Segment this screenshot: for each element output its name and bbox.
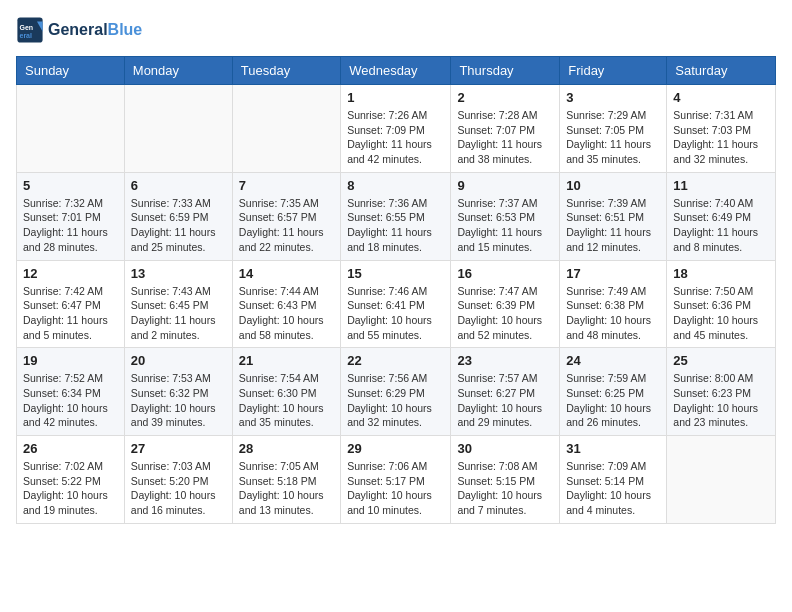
day-number: 11 [673, 178, 769, 193]
day-number: 7 [239, 178, 334, 193]
day-number: 5 [23, 178, 118, 193]
calendar-week-row: 5Sunrise: 7:32 AM Sunset: 7:01 PM Daylig… [17, 172, 776, 260]
day-number: 28 [239, 441, 334, 456]
day-number: 10 [566, 178, 660, 193]
calendar-cell: 18Sunrise: 7:50 AM Sunset: 6:36 PM Dayli… [667, 260, 776, 348]
day-info: Sunrise: 7:35 AM Sunset: 6:57 PM Dayligh… [239, 196, 334, 255]
calendar-cell: 1Sunrise: 7:26 AM Sunset: 7:09 PM Daylig… [341, 85, 451, 173]
day-info: Sunrise: 7:37 AM Sunset: 6:53 PM Dayligh… [457, 196, 553, 255]
day-info: Sunrise: 7:39 AM Sunset: 6:51 PM Dayligh… [566, 196, 660, 255]
day-number: 20 [131, 353, 226, 368]
calendar-cell: 12Sunrise: 7:42 AM Sunset: 6:47 PM Dayli… [17, 260, 125, 348]
day-info: Sunrise: 7:43 AM Sunset: 6:45 PM Dayligh… [131, 284, 226, 343]
calendar-cell: 15Sunrise: 7:46 AM Sunset: 6:41 PM Dayli… [341, 260, 451, 348]
day-info: Sunrise: 7:44 AM Sunset: 6:43 PM Dayligh… [239, 284, 334, 343]
day-info: Sunrise: 7:09 AM Sunset: 5:14 PM Dayligh… [566, 459, 660, 518]
calendar-cell: 3Sunrise: 7:29 AM Sunset: 7:05 PM Daylig… [560, 85, 667, 173]
calendar-cell: 10Sunrise: 7:39 AM Sunset: 6:51 PM Dayli… [560, 172, 667, 260]
day-info: Sunrise: 7:36 AM Sunset: 6:55 PM Dayligh… [347, 196, 444, 255]
day-info: Sunrise: 7:08 AM Sunset: 5:15 PM Dayligh… [457, 459, 553, 518]
calendar-cell: 24Sunrise: 7:59 AM Sunset: 6:25 PM Dayli… [560, 348, 667, 436]
day-info: Sunrise: 7:42 AM Sunset: 6:47 PM Dayligh… [23, 284, 118, 343]
day-info: Sunrise: 7:29 AM Sunset: 7:05 PM Dayligh… [566, 108, 660, 167]
calendar-cell: 9Sunrise: 7:37 AM Sunset: 6:53 PM Daylig… [451, 172, 560, 260]
calendar-cell: 21Sunrise: 7:54 AM Sunset: 6:30 PM Dayli… [232, 348, 340, 436]
calendar-table: SundayMondayTuesdayWednesdayThursdayFrid… [16, 56, 776, 524]
calendar-week-row: 19Sunrise: 7:52 AM Sunset: 6:34 PM Dayli… [17, 348, 776, 436]
calendar-cell: 13Sunrise: 7:43 AM Sunset: 6:45 PM Dayli… [124, 260, 232, 348]
day-info: Sunrise: 7:49 AM Sunset: 6:38 PM Dayligh… [566, 284, 660, 343]
calendar-cell: 28Sunrise: 7:05 AM Sunset: 5:18 PM Dayli… [232, 436, 340, 524]
day-info: Sunrise: 7:26 AM Sunset: 7:09 PM Dayligh… [347, 108, 444, 167]
day-number: 15 [347, 266, 444, 281]
calendar-cell: 7Sunrise: 7:35 AM Sunset: 6:57 PM Daylig… [232, 172, 340, 260]
calendar-cell: 8Sunrise: 7:36 AM Sunset: 6:55 PM Daylig… [341, 172, 451, 260]
day-of-week-header: Tuesday [232, 57, 340, 85]
day-info: Sunrise: 7:06 AM Sunset: 5:17 PM Dayligh… [347, 459, 444, 518]
day-info: Sunrise: 7:56 AM Sunset: 6:29 PM Dayligh… [347, 371, 444, 430]
day-number: 24 [566, 353, 660, 368]
day-info: Sunrise: 7:05 AM Sunset: 5:18 PM Dayligh… [239, 459, 334, 518]
day-number: 19 [23, 353, 118, 368]
calendar-cell: 14Sunrise: 7:44 AM Sunset: 6:43 PM Dayli… [232, 260, 340, 348]
calendar-cell [124, 85, 232, 173]
calendar-header-row: SundayMondayTuesdayWednesdayThursdayFrid… [17, 57, 776, 85]
day-info: Sunrise: 8:00 AM Sunset: 6:23 PM Dayligh… [673, 371, 769, 430]
logo: Gen eral GeneralBlue [16, 16, 142, 44]
day-number: 26 [23, 441, 118, 456]
day-info: Sunrise: 7:59 AM Sunset: 6:25 PM Dayligh… [566, 371, 660, 430]
day-info: Sunrise: 7:46 AM Sunset: 6:41 PM Dayligh… [347, 284, 444, 343]
day-number: 21 [239, 353, 334, 368]
day-info: Sunrise: 7:40 AM Sunset: 6:49 PM Dayligh… [673, 196, 769, 255]
day-number: 31 [566, 441, 660, 456]
calendar-cell: 6Sunrise: 7:33 AM Sunset: 6:59 PM Daylig… [124, 172, 232, 260]
day-number: 9 [457, 178, 553, 193]
calendar-cell: 5Sunrise: 7:32 AM Sunset: 7:01 PM Daylig… [17, 172, 125, 260]
day-number: 27 [131, 441, 226, 456]
day-info: Sunrise: 7:32 AM Sunset: 7:01 PM Dayligh… [23, 196, 118, 255]
day-info: Sunrise: 7:31 AM Sunset: 7:03 PM Dayligh… [673, 108, 769, 167]
day-info: Sunrise: 7:54 AM Sunset: 6:30 PM Dayligh… [239, 371, 334, 430]
day-of-week-header: Saturday [667, 57, 776, 85]
calendar-week-row: 26Sunrise: 7:02 AM Sunset: 5:22 PM Dayli… [17, 436, 776, 524]
calendar-cell [667, 436, 776, 524]
day-number: 30 [457, 441, 553, 456]
calendar-cell: 16Sunrise: 7:47 AM Sunset: 6:39 PM Dayli… [451, 260, 560, 348]
calendar-cell: 17Sunrise: 7:49 AM Sunset: 6:38 PM Dayli… [560, 260, 667, 348]
day-number: 6 [131, 178, 226, 193]
day-number: 12 [23, 266, 118, 281]
day-number: 16 [457, 266, 553, 281]
day-number: 23 [457, 353, 553, 368]
day-number: 1 [347, 90, 444, 105]
day-of-week-header: Wednesday [341, 57, 451, 85]
calendar-cell: 11Sunrise: 7:40 AM Sunset: 6:49 PM Dayli… [667, 172, 776, 260]
calendar-cell: 19Sunrise: 7:52 AM Sunset: 6:34 PM Dayli… [17, 348, 125, 436]
day-info: Sunrise: 7:33 AM Sunset: 6:59 PM Dayligh… [131, 196, 226, 255]
calendar-cell [17, 85, 125, 173]
calendar-cell: 26Sunrise: 7:02 AM Sunset: 5:22 PM Dayli… [17, 436, 125, 524]
day-number: 29 [347, 441, 444, 456]
day-info: Sunrise: 7:52 AM Sunset: 6:34 PM Dayligh… [23, 371, 118, 430]
day-info: Sunrise: 7:50 AM Sunset: 6:36 PM Dayligh… [673, 284, 769, 343]
calendar-cell: 30Sunrise: 7:08 AM Sunset: 5:15 PM Dayli… [451, 436, 560, 524]
logo-icon: Gen eral [16, 16, 44, 44]
day-of-week-header: Thursday [451, 57, 560, 85]
day-number: 2 [457, 90, 553, 105]
day-number: 17 [566, 266, 660, 281]
calendar-cell: 31Sunrise: 7:09 AM Sunset: 5:14 PM Dayli… [560, 436, 667, 524]
day-number: 3 [566, 90, 660, 105]
day-of-week-header: Sunday [17, 57, 125, 85]
calendar-cell: 22Sunrise: 7:56 AM Sunset: 6:29 PM Dayli… [341, 348, 451, 436]
calendar-cell: 25Sunrise: 8:00 AM Sunset: 6:23 PM Dayli… [667, 348, 776, 436]
day-number: 8 [347, 178, 444, 193]
day-number: 4 [673, 90, 769, 105]
day-info: Sunrise: 7:02 AM Sunset: 5:22 PM Dayligh… [23, 459, 118, 518]
day-info: Sunrise: 7:53 AM Sunset: 6:32 PM Dayligh… [131, 371, 226, 430]
day-number: 18 [673, 266, 769, 281]
calendar-cell [232, 85, 340, 173]
calendar-cell: 23Sunrise: 7:57 AM Sunset: 6:27 PM Dayli… [451, 348, 560, 436]
calendar-cell: 29Sunrise: 7:06 AM Sunset: 5:17 PM Dayli… [341, 436, 451, 524]
day-info: Sunrise: 7:03 AM Sunset: 5:20 PM Dayligh… [131, 459, 226, 518]
day-of-week-header: Friday [560, 57, 667, 85]
day-of-week-header: Monday [124, 57, 232, 85]
